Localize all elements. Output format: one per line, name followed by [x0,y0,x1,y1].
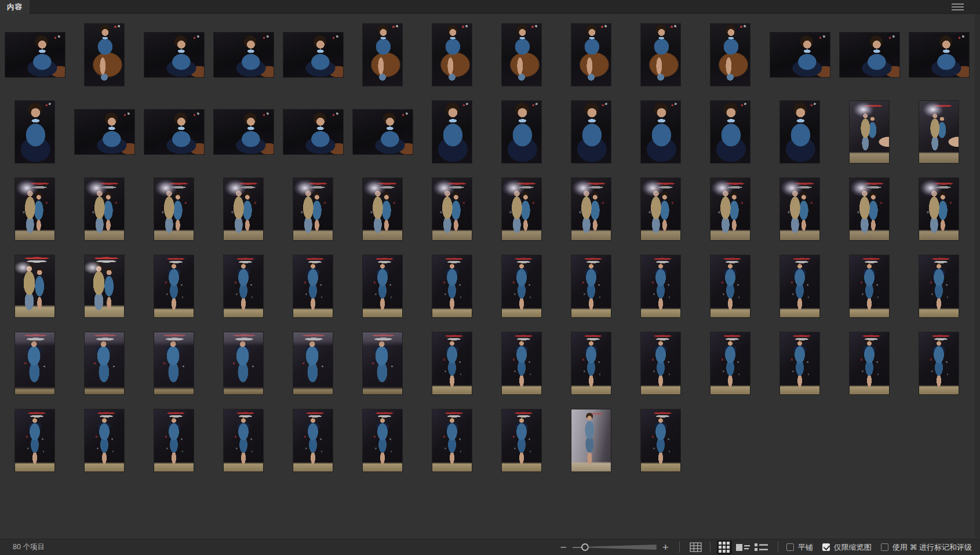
photo-thumbnail[interactable] [502,24,541,86]
list-view-button[interactable] [754,541,769,554]
thumbnail[interactable] [209,16,278,93]
thumbnail[interactable] [695,325,765,402]
photo-thumbnail[interactable] [780,101,819,163]
thumbnail[interactable] [70,325,139,402]
thumbnail[interactable] [0,171,70,248]
photo-thumbnail[interactable] [363,178,402,240]
photo-thumbnail[interactable] [711,178,750,240]
thumbnail[interactable] [139,402,209,479]
thumbnail[interactable] [904,16,974,93]
thumbnail[interactable] [487,325,556,402]
thumbnail[interactable] [139,248,209,325]
thumbnail[interactable] [626,402,695,479]
zoom-in-button[interactable]: + [659,542,672,553]
thumbnail[interactable] [695,248,765,325]
thumbnail[interactable] [695,93,765,171]
photo-thumbnail[interactable] [85,24,124,86]
thumbnail[interactable] [0,16,70,93]
photo-thumbnail[interactable] [502,409,541,471]
checkbox-box[interactable] [822,543,830,551]
thumbnail[interactable] [278,93,348,171]
photo-thumbnail[interactable] [363,24,402,86]
thumbnail[interactable] [278,325,348,402]
photo-thumbnail[interactable] [363,255,402,317]
photo-thumbnail[interactable] [502,255,541,317]
thumbnail[interactable] [487,171,556,248]
thumbnail[interactable] [556,248,626,325]
photo-thumbnail[interactable] [641,178,680,240]
photo-thumbnail[interactable] [850,255,889,317]
checkbox-box[interactable] [786,543,794,551]
photo-thumbnail[interactable] [293,409,333,471]
thumbnail[interactable] [765,248,835,325]
thumbnail[interactable] [348,402,417,479]
details-view-button[interactable] [735,541,751,554]
photo-thumbnail[interactable] [363,409,402,471]
photo-thumbnail[interactable] [15,332,54,394]
thumbnail[interactable] [0,248,70,325]
thumbnail[interactable] [487,93,556,171]
photo-thumbnail[interactable] [919,101,959,163]
vertical-scrollbar[interactable] [975,14,980,538]
photo-thumbnail[interactable] [770,32,830,77]
photo-thumbnail[interactable] [15,101,54,163]
photo-thumbnail[interactable] [154,178,194,240]
photo-thumbnail[interactable] [909,32,969,77]
thumbnail[interactable] [348,93,417,171]
thumbnail[interactable] [904,248,974,325]
thumbnail[interactable] [209,93,278,171]
photo-thumbnail[interactable] [502,178,541,240]
thumbnail[interactable] [0,402,70,479]
thumbnail[interactable] [278,402,348,479]
photo-thumbnail[interactable] [85,409,124,471]
thumbnail[interactable] [556,402,626,479]
photo-thumbnail[interactable] [293,332,333,394]
thumbnail[interactable] [348,171,417,248]
photo-thumbnail[interactable] [432,409,472,471]
thumbnail[interactable] [70,402,139,479]
photo-thumbnail[interactable] [363,332,402,394]
photo-thumbnail[interactable] [711,101,750,163]
photo-thumbnail[interactable] [224,332,263,394]
thumbnail[interactable] [626,248,695,325]
photo-thumbnail[interactable] [224,409,263,471]
photo-thumbnail[interactable] [15,178,54,240]
photo-thumbnail[interactable] [432,255,472,317]
photo-thumbnail[interactable] [432,101,472,163]
photo-thumbnail[interactable] [780,178,819,240]
photo-thumbnail[interactable] [850,332,889,394]
thumbnail[interactable] [278,16,348,93]
photo-thumbnail[interactable] [144,110,204,154]
thumbnail[interactable] [626,16,695,93]
thumbnail[interactable] [139,16,209,93]
thumbnail[interactable] [209,402,278,479]
photo-thumbnail[interactable] [5,32,65,77]
thumbnail[interactable] [904,325,974,402]
photo-thumbnail[interactable] [154,409,194,471]
thumbnail[interactable] [209,171,278,248]
thumbnail[interactable] [765,325,835,402]
thumbnail[interactable] [835,325,904,402]
photo-thumbnail[interactable] [571,101,611,163]
thumbnail[interactable] [487,16,556,93]
thumbnail[interactable] [417,16,487,93]
photo-thumbnail[interactable] [85,255,124,317]
thumbnail[interactable] [348,16,417,93]
photo-thumbnail[interactable] [85,332,124,394]
thumbnail[interactable] [139,93,209,171]
thumbnail[interactable] [904,171,974,248]
thumbnail[interactable] [417,93,487,171]
checkbox-box[interactable] [881,543,888,551]
photo-thumbnail[interactable] [432,24,472,86]
photo-thumbnail[interactable] [641,409,680,471]
photo-thumbnail[interactable] [85,178,124,240]
thumbnail[interactable] [835,93,904,171]
thumbnail[interactable] [0,93,70,171]
thumbnail[interactable] [348,248,417,325]
thumbnail[interactable] [417,325,487,402]
thumbnail[interactable] [278,248,348,325]
photo-thumbnail[interactable] [144,32,204,77]
thumbnail[interactable] [695,16,765,93]
thumbnail[interactable] [904,93,974,171]
thumbnail[interactable] [835,248,904,325]
